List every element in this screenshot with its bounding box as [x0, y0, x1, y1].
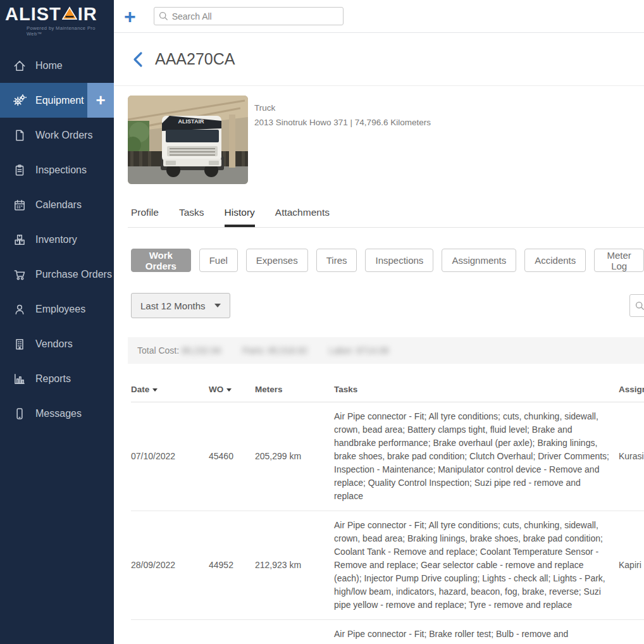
work-order-row[interactable]: 28/09/202244952212,923 kmAir Pipe connec…: [131, 511, 644, 620]
sidebar-item-label: Home: [35, 60, 63, 71]
chevron-down-icon: [214, 304, 221, 307]
period-dropdown-value: Last 12 Months: [140, 300, 206, 311]
vendors-icon: [13, 337, 27, 351]
main-content: AAA270CA: [114, 33, 644, 644]
total-cost-label: Total Cost:: [137, 345, 179, 356]
back-button[interactable]: [131, 51, 145, 68]
column-header-label: Date: [131, 385, 149, 394]
sidebar-item-reports[interactable]: Reports: [0, 361, 114, 396]
global-search: [154, 7, 344, 25]
sidebar-item-vendors[interactable]: Vendors: [0, 326, 114, 361]
filter-button-expenses[interactable]: Expenses: [246, 249, 308, 272]
equipment-icon: [13, 94, 27, 108]
column-header-tasks: Tasks: [334, 381, 619, 402]
parts-label: Parts:: [242, 345, 266, 356]
brand-logo-text-right: IR: [78, 4, 97, 25]
filter-button-inspections[interactable]: Inspections: [365, 249, 433, 272]
column-header-wo[interactable]: WO: [209, 381, 255, 402]
cell-tasks: Air Pipe connector - Fit; All tyre condi…: [334, 511, 619, 620]
brand-logo-text-left: ALIST: [5, 4, 61, 25]
cell-meters: 205,299 km: [255, 402, 334, 511]
asset-meta: Truck 2013 Sinotruk Howo 371 | 74,796.6 …: [254, 101, 431, 184]
column-header-label: Tasks: [334, 385, 357, 394]
purchase-orders-icon: [13, 268, 27, 282]
work-orders-table-wrap: DateWOMetersTasksAssigned 07/10/20224546…: [131, 381, 644, 644]
filter-button-accidents[interactable]: Accidents: [524, 249, 586, 272]
equipment-photo[interactable]: ALISTAIR: [128, 96, 248, 184]
column-header-label: Meters: [255, 385, 283, 394]
cell-date: 07/10/2022: [131, 402, 209, 511]
add-equipment-button[interactable]: +: [87, 83, 114, 118]
tabs-divider: [128, 227, 644, 228]
global-add-button[interactable]: +: [124, 6, 136, 27]
sidebar-nav: HomeEquipment+Work OrdersInspectionsCale…: [0, 48, 114, 431]
filter-button-assignments[interactable]: Assignments: [442, 249, 516, 272]
cell-date: [131, 620, 209, 644]
sidebar-item-equipment[interactable]: Equipment+: [0, 83, 114, 118]
period-row: Last 12 Months: [131, 293, 644, 318]
column-header-label: WO: [209, 385, 223, 394]
sort-caret-icon: [152, 388, 158, 392]
period-dropdown[interactable]: Last 12 Months: [131, 293, 230, 318]
alistair-triangle-icon: [62, 6, 77, 23]
tab-tasks[interactable]: Tasks: [179, 207, 204, 227]
labor-value: 8714.08: [357, 345, 389, 356]
table-search: [629, 294, 644, 317]
cell-tasks: Air Pipe connector - Fit; Brake roller t…: [334, 620, 619, 644]
tab-attachments[interactable]: Attachments: [275, 207, 330, 227]
tab-history[interactable]: History: [225, 207, 255, 227]
sidebar-item-purchase-orders[interactable]: Purchase Orders: [0, 257, 114, 292]
messages-icon: [13, 407, 27, 421]
cost-summary-bar: Total Cost: 86,232.94 Parts: 85,518.92 L…: [128, 337, 644, 364]
cell-date: 28/09/2022: [131, 511, 209, 620]
sidebar: ALIST IR Powered by Maintenance Pro Web™…: [0, 0, 114, 644]
sidebar-item-label: Reports: [35, 373, 71, 385]
filter-button-tires[interactable]: Tires: [316, 249, 357, 272]
truck-photo-illustration: ALISTAIR: [128, 96, 248, 184]
svg-text:ALISTAIR: ALISTAIR: [178, 118, 204, 125]
topbar: +: [114, 0, 644, 33]
sidebar-item-messages[interactable]: Messages: [0, 396, 114, 431]
global-search-input[interactable]: [154, 7, 344, 25]
brand-logo[interactable]: ALIST IR Powered by Maintenance Pro Web™: [0, 0, 114, 39]
inventory-icon: [13, 233, 27, 247]
sidebar-item-label: Vendors: [35, 338, 73, 350]
work-order-row[interactable]: Air Pipe connector - Fit; Brake roller t…: [131, 620, 644, 644]
labor-label: Labor:: [329, 345, 354, 356]
page-title: AAA270CA: [155, 50, 235, 68]
filter-button-work-orders[interactable]: Work Orders: [131, 249, 191, 272]
asset-details: 2013 Sinotruk Howo 371 | 74,796.6 Kilome…: [254, 115, 431, 130]
search-icon: [635, 301, 644, 311]
sidebar-item-home[interactable]: Home: [0, 48, 114, 83]
sidebar-item-label: Equipment: [35, 95, 84, 106]
column-header-label: Assigned: [619, 385, 644, 394]
cell-wo-number: [209, 620, 255, 644]
asset-type: Truck: [254, 101, 431, 115]
column-header-date[interactable]: Date: [131, 381, 209, 402]
sort-caret-icon: [226, 388, 232, 392]
cell-assigned: Kurasi: [619, 402, 644, 511]
sidebar-item-inventory[interactable]: Inventory: [0, 222, 114, 257]
column-header-assigned: Assigned: [619, 381, 644, 402]
page-header: AAA270CA: [114, 33, 644, 86]
sidebar-item-calendars[interactable]: Calendars: [0, 187, 114, 222]
filter-button-fuel[interactable]: Fuel: [199, 249, 238, 272]
work-orders-table: DateWOMetersTasksAssigned 07/10/20224546…: [131, 381, 644, 644]
detail-tabs: ProfileTasksHistoryAttachments: [131, 207, 644, 227]
sidebar-item-work-orders[interactable]: Work Orders: [0, 118, 114, 152]
sidebar-item-label: Work Orders: [35, 130, 92, 141]
table-header-row: DateWOMetersTasksAssigned: [131, 381, 644, 402]
sidebar-item-inspections[interactable]: Inspections: [0, 152, 114, 187]
work-order-row[interactable]: 07/10/202245460205,299 kmAir Pipe connec…: [131, 402, 644, 511]
column-header-meters: Meters: [255, 381, 334, 402]
reports-icon: [13, 372, 27, 386]
filter-button-meter-log[interactable]: Meter Log: [594, 249, 644, 272]
history-filter-buttons: Work OrdersFuelExpensesTiresInspectionsA…: [131, 249, 644, 272]
sidebar-item-employees[interactable]: Employees: [0, 292, 114, 326]
employees-icon: [13, 302, 27, 316]
cell-wo-number: 45460: [209, 402, 255, 511]
sidebar-item-label: Inspections: [35, 164, 87, 176]
tab-profile[interactable]: Profile: [131, 207, 159, 227]
cell-tasks: Air Pipe connector - Fit; All tyre condi…: [334, 402, 619, 511]
brand-tagline: Powered by Maintenance Pro Web™: [27, 25, 109, 37]
